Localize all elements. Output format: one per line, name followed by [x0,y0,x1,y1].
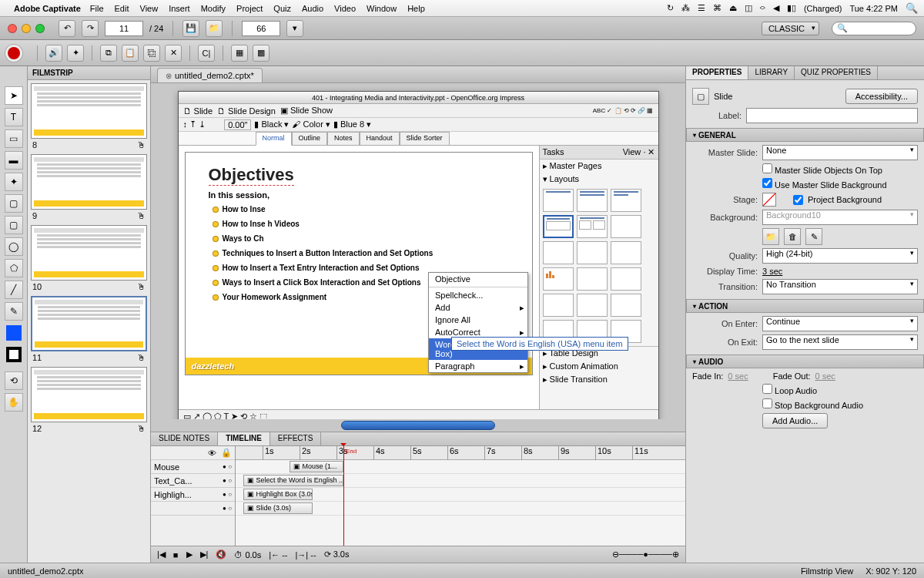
tab-effects[interactable]: EFFECTS [270,432,322,445]
undo-button[interactable]: ↶ [59,20,75,37]
cb-project-bg[interactable] [793,195,803,205]
delete-button[interactable]: ✕ [165,45,182,62]
timeline-track-name[interactable]: Text_Ca...● ○ [151,474,235,488]
section-audio[interactable]: AUDIO [686,355,924,368]
play-button[interactable]: ▶ [186,549,192,560]
workspace-switcher[interactable]: CLASSIC [762,22,819,35]
filmstrip-slide-12[interactable]: 12🖱 [31,367,147,433]
minimize-window-icon[interactable] [22,24,31,33]
filmstrip-slide-8[interactable]: 8🖱 [31,83,147,150]
menu-modify[interactable]: Modify [201,4,226,13]
context-menu-item[interactable]: Objective [429,273,527,285]
tab-properties[interactable]: PROPERTIES [686,66,748,79]
volume-icon[interactable]: ◀ [773,3,779,13]
shape-tool[interactable]: ▭ [5,129,23,148]
menu-file[interactable]: File [90,4,104,13]
sync-icon[interactable]: ↻ [667,3,674,13]
window-controls[interactable] [8,24,45,33]
forward-button[interactable]: ▶| [200,549,209,560]
mute-button[interactable]: 🔇 [216,549,226,560]
menu-help[interactable]: Help [407,4,425,13]
timeline-clip[interactable]: ▣ Slide (3.0s) [243,502,313,514]
audio-button[interactable]: 🔊 [45,45,62,62]
highlight-tool[interactable]: ▬ [5,151,23,170]
timeline-track-name[interactable]: Mouse● ○ [151,460,235,474]
context-menu[interactable]: ObjectiveSpellcheck...AddIgnore AllAutoC… [428,272,528,373]
duplicate-button[interactable]: ⿻ [143,45,160,62]
zoom-dropdown[interactable]: ▾ [286,20,303,37]
record-button[interactable] [8,47,20,59]
horizontal-scrollbar[interactable] [341,421,495,430]
display-icon[interactable]: ◫ [745,3,752,13]
search-input[interactable]: 🔍 [832,22,916,35]
click-tool[interactable]: ✦ [5,173,23,191]
rewind-button[interactable]: |◀ [157,549,166,560]
menu-edit[interactable]: Edit [115,4,129,13]
eyedropper-tool[interactable]: ⟲ [5,371,23,390]
cb-use-master-bg[interactable] [762,178,772,188]
open-button[interactable]: 📁 [206,20,223,37]
cb-loop-audio[interactable] [762,384,772,394]
section-general[interactable]: GENERAL [686,128,924,142]
stage[interactable]: 401 - Integrating Media and Interactivit… [151,83,685,419]
bluetooth-icon[interactable]: ⁂ [681,3,690,13]
copy-button[interactable]: ⧉ [100,45,117,62]
stage-color-swatch[interactable] [762,193,776,207]
timeline-clip[interactable]: ▣ Select the Word is English ... [243,475,343,486]
playhead[interactable]: End [343,446,344,546]
add-audio-button[interactable]: Add Audio... [762,413,828,428]
grid-button[interactable]: ▦ [231,45,248,62]
lock-icon[interactable]: 🔒 [221,448,232,458]
stop-button[interactable]: ■ [173,550,179,560]
spotlight-icon[interactable]: 🔍 [906,2,918,14]
bg-browse-button[interactable]: 📁 [762,228,779,245]
selection-tool[interactable]: ➤ [5,86,23,105]
polygon-tool[interactable]: ⬠ [5,259,23,277]
captured-tab-handout[interactable]: Handout [360,132,400,145]
snap-button[interactable]: ▩ [253,45,270,62]
menu-quiz[interactable]: Quiz [273,4,291,13]
menu-video[interactable]: Video [334,4,356,13]
cb-stop-bg-audio[interactable] [762,398,772,408]
context-menu-item[interactable]: Spellcheck... [429,289,527,301]
tab-quiz-properties[interactable]: QUIZ PROPERTIES [795,66,878,79]
fade-in-value[interactable]: 0 sec [728,371,748,381]
tab-timeline[interactable]: TIMELINE [218,432,270,445]
quality-select[interactable]: High (24-bit) [762,248,918,264]
context-menu-item[interactable]: Add [429,301,527,314]
close-window-icon[interactable] [8,24,17,33]
rect-tool[interactable]: ▢ [5,194,23,213]
eject-icon[interactable]: ⏏ [729,3,737,13]
document-tab[interactable]: ⊗ untitled_demo2.cptx* [157,68,263,82]
background-select[interactable]: Background10 [762,210,918,225]
context-menu-item[interactable]: Paragraph [429,360,527,372]
menu-window[interactable]: Window [367,4,397,13]
context-menu-item[interactable]: Ignore All [429,314,527,326]
wifi-icon[interactable]: ⌔ [760,4,765,13]
transition-select[interactable]: No Transition [762,279,918,294]
marker-out-button[interactable]: |→| -- [295,550,316,560]
menu-audio[interactable]: Audio [302,4,323,13]
keyboard-icon[interactable]: ⌘ [713,3,721,13]
menu-view[interactable]: View [140,4,159,13]
filmstrip-slide-11[interactable]: 11🖱 [31,296,147,362]
timeline-track-name[interactable]: ● ○ [151,502,235,516]
timeline-track-name[interactable]: Highligh...● ○ [151,488,235,502]
menu-extras-icon[interactable]: ☰ [698,3,705,13]
on-exit-select[interactable]: Go to the next slide [762,334,918,350]
tab-library[interactable]: LIBRARY [748,66,795,79]
section-action[interactable]: ACTION [686,299,924,313]
fx-button[interactable]: ✦ [67,45,84,62]
menu-insert[interactable]: Insert [169,4,190,13]
eye-icon[interactable]: 👁 [208,449,216,458]
captured-tab-normal[interactable]: Normal [256,132,292,146]
timeline-clip[interactable]: ▣ Highlight Box (3.0s ) [243,489,313,500]
fade-out-value[interactable]: 0 sec [815,371,835,381]
display-time-value[interactable]: 3 sec [762,267,782,276]
bg-delete-button[interactable]: 🗑 [784,228,801,245]
marker-in-button[interactable]: |← -- [269,550,287,560]
paste-button[interactable]: 📋 [122,45,139,62]
captured-tab-sorter[interactable]: Slide Sorter [400,132,450,145]
oval-tool[interactable]: ◯ [5,237,23,256]
slide-number-field[interactable] [105,21,143,36]
